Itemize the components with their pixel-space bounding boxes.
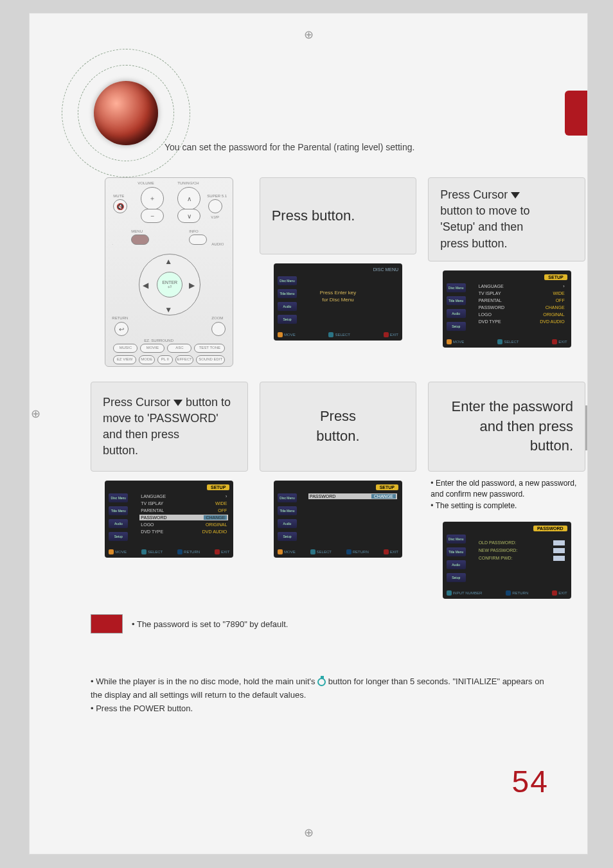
ezview-button[interactable]: EZ VIEW [113,355,136,364]
forgot-line2: Press the POWER button. [96,704,193,713]
step-5-head: Enter the password and then press button… [428,382,585,472]
mode-button[interactable]: MODE [139,355,154,364]
intro-text: You can set the password for the Parenta… [164,142,414,152]
vol-up-button[interactable]: ∧ [177,187,200,210]
password-change-selected: PASSWORD CHANGE [308,493,397,499]
step-3-screen: SETUP Disc Menu Title Menu Audio Setup L… [105,481,233,558]
cursor-left-button[interactable]: ◀ [143,281,148,290]
remote-mute-label: MUTE [113,194,124,198]
manual-page: ⊕ ⊕ ⊕ ⊕ You can set the password for the… [29,13,588,855]
step-5-screen: PASSWORD Disc Menu Title Menu Audio Setu… [443,522,571,599]
note-swatch [91,614,123,633]
super51-button[interactable] [208,199,222,213]
testtone-button[interactable]: TEST TONE [194,344,225,353]
old-password-field [553,540,565,545]
cursor-down-icon [511,192,520,199]
vol-down-button[interactable]: ∨ [177,209,200,223]
setup-menu-list: LANGUAGE› TV ISPLAYWIDE PARENTALOFF PASS… [477,283,566,324]
disc-prompt-1: Press Enter key [274,289,402,296]
soundedit-button[interactable]: SOUND EDIT [196,355,225,364]
speaker-graphic [62,49,190,177]
step-1-screen: DISC MENU Disc Menu Title Menu Audio Set… [274,263,402,341]
setup-title: SETUP [544,274,567,280]
new-password-field [553,548,565,553]
remote-volume-label: VOLUME [138,181,154,185]
password-row-selected: PASSWORDCHANGE [139,515,228,520]
note-bar: • The password is set to "7890" by defau… [91,614,288,633]
step-3: Press Cursor button to move to 'PASSWORD… [91,382,248,607]
step-5-sublist: Enter the old password, a new password, … [431,478,585,511]
remote-info-label: INFO [189,229,198,233]
disc-prompt-2: for Disc Menu [274,296,402,303]
enter-label: ENTER [162,280,177,285]
movie-button[interactable]: MOVIE [140,344,164,353]
crop-mark-bottom: ⊕ [304,826,314,840]
remote-sub-label: · [112,242,113,246]
step-1-text: Press button. [272,206,405,226]
sub5-item-1: Enter the old password, a new password, … [431,478,585,500]
music-button[interactable]: MUSIC [113,344,138,353]
stop-icon [317,678,326,686]
return-button[interactable]: ↩ [114,322,129,336]
osd-tab-setup: Setup [278,315,297,324]
page-number: 54 [512,764,549,799]
remote-super-label: SUPER 5.1 [207,194,227,198]
step-2: Press Cursor button to move to 'Setup' a… [428,177,585,370]
ch-down-button[interactable]: − [141,209,164,223]
zoom-button[interactable] [211,322,226,336]
disc-menu-title: DISC MENU [373,267,398,272]
default-password-note: The password is set to "7890" by default… [137,619,288,629]
cursor-down-button[interactable]: ▼ [164,305,172,314]
forgot-password-section: • While the player is in the no disc mod… [91,675,549,715]
step-2-screen: SETUP Disc Menu Title Menu Audio Setup L… [443,270,571,348]
confirm-password-field [553,556,565,561]
mute-button[interactable]: 🔇 [113,199,127,213]
remote-menu-label: MENU [131,229,143,233]
step-1-head: Press button. [260,177,417,254]
cursor-right-button[interactable]: ▶ [189,281,195,290]
plii-button[interactable]: PL II [157,355,173,364]
forgot-line1a: While the player is in the no disc mode,… [96,677,315,686]
steps-grid: VOLUME TUNING/CH ＋ − ∧ ∨ MUTE 🔇 SUPER 5.… [91,177,585,607]
sub5-item-2: The setting is complete. [431,500,585,511]
step-1: Press button. DISC MENU Disc Menu Title … [260,177,417,370]
ch-up-button[interactable]: ＋ [141,187,164,210]
info-button[interactable] [189,235,207,245]
remote-cell: VOLUME TUNING/CH ＋ − ∧ ∨ MUTE 🔇 SUPER 5.… [91,177,248,370]
remote-tuning-label: TUNING/CH [177,181,199,185]
menu-button[interactable] [131,235,149,245]
asc-button[interactable]: ASC [167,344,191,353]
step-4-screen: SETUP Disc Menu Title Menu Audio Setup P… [274,481,402,558]
remote-ezsurround-label: EZ. SURROUND [144,339,173,342]
step-2-head: Press Cursor button to move to 'Setup' a… [428,177,585,261]
effect-button[interactable]: EFFECT [175,355,193,364]
cursor-up-button[interactable]: ▲ [164,257,172,266]
cursor-down-icon [173,400,182,406]
remote-zoom-label: ZOOM [211,316,223,320]
osd-tab-discmenu: Disc Menu [278,276,297,285]
crop-mark-left: ⊕ [31,407,40,421]
step-5: Enter the password and then press button… [428,382,585,607]
remote-vjp-label: VJ/P [211,215,219,219]
remote-illustration: VOLUME TUNING/CH ＋ − ∧ ∨ MUTE 🔇 SUPER 5.… [105,177,233,367]
crop-mark-top: ⊕ [304,28,314,42]
remote-return-label: RETURN [112,316,128,320]
step-3-head: Press Cursor button to move to 'PASSWORD… [91,382,248,472]
remote-audio-label: AUDIO [211,242,224,246]
step-4: Press button. SETUP Disc Menu Title Menu… [260,382,417,607]
step-4-head: Press button. [260,382,417,472]
section-tab [565,91,587,136]
